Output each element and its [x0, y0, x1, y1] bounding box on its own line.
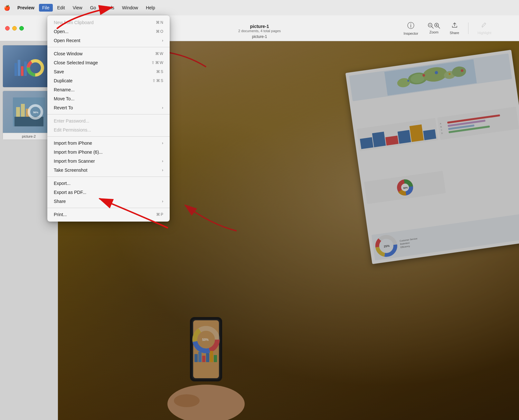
thumbnail-image-1 — [3, 45, 55, 87]
thumbnail-label-2: picture-2 — [3, 133, 55, 140]
svg-line-4 — [438, 27, 440, 29]
share-button[interactable]: Share — [450, 22, 459, 35]
menu-save[interactable]: Save ⌘S — [47, 67, 170, 76]
svg-rect-8 — [18, 60, 20, 76]
svg-rect-7 — [14, 63, 17, 76]
menu-open[interactable]: Open... ⌘O — [47, 27, 170, 36]
inspector-icon: ⓘ — [407, 21, 414, 31]
menu-section-1: New from Clipboard ⌘N Open... ⌘O Open Re… — [47, 17, 170, 46]
menu-revert-to[interactable]: Revert To › — [47, 103, 170, 112]
menu-print[interactable]: Print... ⌘P — [47, 210, 170, 219]
menu-bar: 🍎 Preview File Edit View Go Tools Window… — [0, 0, 519, 15]
apple-logo-icon[interactable]: 🍎 — [4, 5, 10, 11]
svg-rect-17 — [21, 104, 25, 117]
highlight-icon — [481, 22, 488, 30]
menu-rename[interactable]: Rename... — [47, 85, 170, 94]
menu-section-6: Print... ⌘P — [47, 209, 170, 220]
menu-sep-4 — [47, 177, 170, 177]
menu-export-as-pdf[interactable]: Export as PDF... — [47, 188, 170, 197]
menu-section-3: Enter Password... Edit Permissions... — [47, 116, 170, 135]
menu-item-preview[interactable]: Preview — [14, 4, 38, 12]
share-arrow-icon: › — [162, 199, 163, 204]
window-subtitle: picture-1 — [252, 34, 267, 39]
menu-enter-password[interactable]: Enter Password... — [47, 116, 170, 125]
menu-new-from-clipboard[interactable]: New from Clipboard ⌘N — [47, 18, 170, 27]
menu-section-5: Export... Export as PDF... Share › — [47, 178, 170, 206]
menu-close-window[interactable]: Close Window ⌘W — [47, 49, 170, 58]
share-icon — [451, 22, 458, 30]
fullscreen-button[interactable] — [19, 26, 24, 31]
import-iphone-arrow-icon: › — [162, 141, 163, 145]
menu-section-2: Close Window ⌘W Close Selected Image ⇧⌘W… — [47, 49, 170, 113]
menu-import-from-iphone-6[interactable]: Import from iPhone (6)... — [47, 148, 170, 157]
menu-import-from-iphone[interactable]: Import from iPhone › — [47, 139, 170, 148]
traffic-lights — [5, 26, 24, 31]
revert-to-arrow-icon: › — [162, 105, 163, 110]
file-dropdown-menu: New from Clipboard ⌘N Open... ⌘O Open Re… — [47, 15, 170, 222]
menu-import-from-scanner[interactable]: Import from Scanner › — [47, 157, 170, 166]
menu-duplicate[interactable]: Duplicate ⇧⌘S — [47, 76, 170, 85]
menu-item-view[interactable]: View — [70, 4, 86, 12]
svg-rect-9 — [21, 66, 24, 76]
menu-sep-1 — [47, 47, 170, 47]
toolbar-buttons: ⓘ Inspector Zoom — [404, 21, 491, 35]
menu-open-recent[interactable]: Open Recent › — [47, 36, 170, 45]
menu-share[interactable]: Share › — [47, 197, 170, 206]
highlight-button[interactable]: Highlight — [477, 22, 491, 35]
zoom-label: Zoom — [429, 30, 439, 34]
svg-text:50%: 50% — [33, 111, 38, 114]
inspector-button[interactable]: ⓘ Inspector — [404, 21, 418, 35]
toolbar-divider — [468, 23, 468, 34]
window-file-name: picture-1 — [250, 24, 269, 29]
menu-item-tools[interactable]: Tools — [100, 4, 118, 12]
svg-rect-16 — [16, 107, 20, 117]
share-label: Share — [450, 31, 459, 35]
take-screenshot-arrow-icon: › — [162, 168, 163, 172]
menu-sep-3 — [47, 136, 170, 137]
highlight-label: Highlight — [477, 31, 491, 35]
menu-close-selected-image[interactable]: Close Selected Image ⇧⌘W — [47, 58, 170, 67]
menu-edit-permissions[interactable]: Edit Permissions... — [47, 125, 170, 134]
menu-item-edit[interactable]: Edit — [54, 4, 68, 12]
menu-move-to[interactable]: Move To... — [47, 94, 170, 103]
menu-item-help[interactable]: Help — [143, 4, 158, 12]
menu-item-file[interactable]: File — [39, 4, 53, 12]
svg-line-1 — [431, 27, 433, 29]
menu-section-4: Import from iPhone › Import from iPhone … — [47, 138, 170, 175]
menu-sep-5 — [47, 208, 170, 208]
svg-rect-10 — [24, 61, 27, 76]
menu-export[interactable]: Export... — [47, 179, 170, 188]
minimize-button[interactable] — [12, 26, 17, 31]
inspector-label: Inspector — [404, 32, 418, 35]
import-scanner-arrow-icon: › — [162, 159, 163, 163]
menu-item-go[interactable]: Go — [87, 4, 99, 12]
menu-item-window[interactable]: Window — [119, 4, 141, 12]
open-recent-arrow-icon: › — [162, 38, 163, 43]
menu-take-screenshot[interactable]: Take Screenshot › — [47, 166, 170, 175]
close-button[interactable] — [5, 26, 10, 31]
thumbnail-image-2: 50% — [3, 91, 55, 133]
window-file-info: 2 documents, 4 total pages — [238, 29, 281, 33]
zoom-button[interactable]: Zoom — [427, 22, 441, 34]
zoom-icon — [427, 22, 441, 29]
menu-sep-2 — [47, 114, 170, 114]
